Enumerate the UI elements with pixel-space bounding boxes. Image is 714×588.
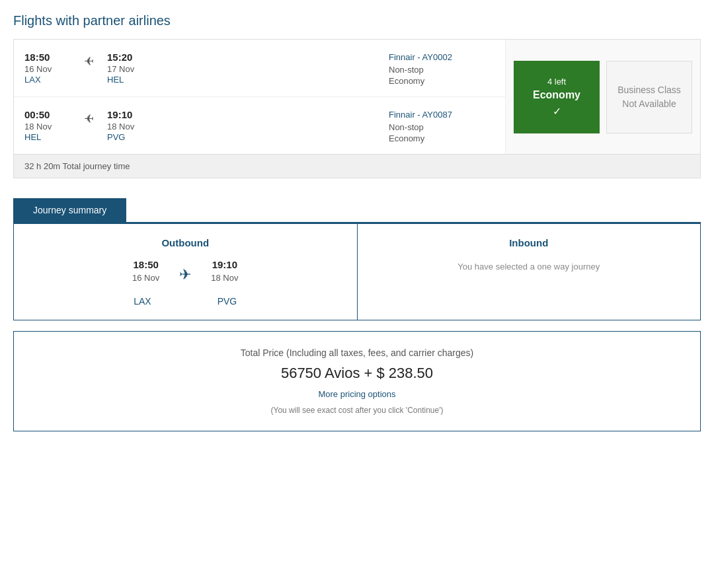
depart-airport-2[interactable]: HEL — [24, 132, 41, 142]
journey-summary-section: Journey summary Outbound 18:50 16 Nov ✈ … — [13, 198, 701, 431]
total-label-text: Total Price — [241, 348, 284, 358]
depart-date-1: 16 Nov — [24, 64, 77, 74]
price-value: 56750 Avios + $ 238.50 — [27, 365, 687, 382]
outbound-depart-time: 18:50 — [132, 259, 159, 270]
airline-link-1[interactable]: Finnair - AY0002 — [389, 52, 452, 62]
price-note: (You will see exact cost after you click… — [27, 406, 687, 415]
flight-segment-2: 00:50 18 Nov HEL ✈ 19:10 18 Nov PVG Finn… — [14, 97, 505, 154]
arrive-block-1: 15:20 17 Nov HEL — [107, 52, 160, 85]
outbound-card: Outbound 18:50 16 Nov ✈ 19:10 18 Nov LAX… — [14, 224, 358, 320]
stop-1: Non-stop — [389, 65, 495, 75]
arrive-block-2: 19:10 18 Nov PVG — [107, 109, 160, 142]
arrive-airport-2[interactable]: PVG — [107, 132, 125, 142]
price-card: Total Price (Including all taxes, fees, … — [13, 331, 701, 431]
outbound-depart-airport[interactable]: LAX — [134, 296, 151, 307]
seats-left: 4 left — [547, 77, 566, 87]
flight-times-1: 18:50 16 Nov LAX ✈ 15:20 17 Nov HEL — [24, 52, 389, 85]
flight-card: 18:50 16 Nov LAX ✈ 15:20 17 Nov HEL Finn… — [13, 39, 701, 178]
plane-icon-1: ✈ — [84, 54, 94, 69]
price-options: 4 left Economy ✓ Business Class Not Avai… — [505, 40, 700, 154]
page-title: Flights with partner airlines — [13, 13, 701, 28]
more-pricing-link[interactable]: More pricing options — [318, 389, 395, 399]
depart-block-2: 00:50 18 Nov HEL — [24, 109, 77, 142]
outbound-title: Outbound — [27, 237, 344, 248]
stop-2: Non-stop — [389, 122, 495, 132]
tab-journey-summary[interactable]: Journey summary — [13, 198, 126, 222]
business-line1: Business Class — [617, 83, 681, 97]
depart-airport-1[interactable]: LAX — [24, 75, 41, 85]
flight-times-2: 00:50 18 Nov HEL ✈ 19:10 18 Nov PVG — [24, 109, 389, 142]
flight-info-1: Finnair - AY0002 Non-stop Economy — [389, 52, 495, 86]
arrive-time-2: 19:10 — [107, 109, 160, 120]
cabin-1: Economy — [389, 76, 495, 86]
business-class-box: Business Class Not Available — [606, 61, 692, 133]
economy-label: Economy — [533, 89, 580, 101]
arrive-time-1: 15:20 — [107, 52, 160, 63]
economy-button[interactable]: 4 left Economy ✓ — [514, 61, 600, 133]
depart-time-2: 00:50 — [24, 109, 77, 120]
summary-cards: Outbound 18:50 16 Nov ✈ 19:10 18 Nov LAX… — [13, 223, 701, 320]
tab-bar: Journey summary — [13, 198, 701, 223]
arrive-date-2: 18 Nov — [107, 122, 160, 131]
inbound-title: Inbound — [371, 237, 688, 248]
total-label-suffix: (Including all taxes, fees, and carrier … — [284, 348, 473, 358]
one-way-message: You have selected a one way journey — [371, 262, 688, 272]
journey-time: 32 h 20m Total journey time — [14, 154, 700, 178]
arrive-airport-1[interactable]: HEL — [107, 75, 124, 85]
outbound-depart-col: 18:50 16 Nov — [132, 259, 159, 291]
depart-block-1: 18:50 16 Nov LAX — [24, 52, 77, 85]
outbound-arrive-col: 19:10 18 Nov — [211, 259, 238, 291]
outbound-times-row: 18:50 16 Nov ✈ 19:10 18 Nov — [27, 259, 344, 291]
cabin-2: Economy — [389, 133, 495, 143]
outbound-arrive-date: 18 Nov — [211, 273, 238, 283]
arrive-date-1: 17 Nov — [107, 64, 160, 74]
flights-container: 18:50 16 Nov LAX ✈ 15:20 17 Nov HEL Finn… — [14, 40, 700, 154]
flight-segment-1: 18:50 16 Nov LAX ✈ 15:20 17 Nov HEL Finn… — [14, 40, 505, 97]
plane-icon-2: ✈ — [84, 112, 94, 126]
outbound-plane-icon: ✈ — [179, 266, 191, 283]
flight-info-2: Finnair - AY0087 Non-stop Economy — [389, 109, 495, 143]
outbound-arrive-time: 19:10 — [211, 259, 238, 270]
depart-time-1: 18:50 — [24, 52, 77, 63]
economy-checkmark: ✓ — [553, 105, 561, 118]
airline-link-2[interactable]: Finnair - AY0087 — [389, 110, 452, 120]
inbound-card: Inbound You have selected a one way jour… — [358, 224, 701, 320]
business-line2: Not Available — [622, 97, 676, 111]
outbound-arrive-airport[interactable]: PVG — [218, 296, 237, 307]
flight-segments: 18:50 16 Nov LAX ✈ 15:20 17 Nov HEL Finn… — [14, 40, 505, 154]
total-price-label: Total Price (Including all taxes, fees, … — [27, 348, 687, 358]
outbound-depart-date: 16 Nov — [132, 273, 159, 283]
depart-date-2: 18 Nov — [24, 122, 77, 131]
